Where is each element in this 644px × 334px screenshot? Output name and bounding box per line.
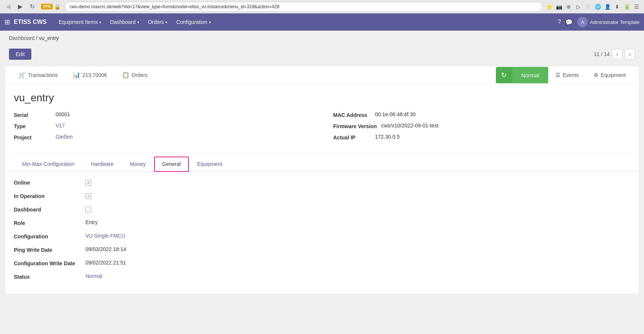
user-menu[interactable]: A Administrator Template [577,17,640,27]
inner-tab-general[interactable]: General [154,157,189,172]
nav-arrow-equipment-items: ▾ [99,20,101,24]
browser-icon-10[interactable]: ☰ [633,3,640,10]
chat-icon[interactable]: 💬 [565,19,573,26]
cart-icon: 🛒 [18,71,26,78]
divider-1 [14,152,630,153]
status-btn-group: ↻ Normal ☰ Events ⚙ Equipment [496,67,633,83]
nav-item-orders[interactable]: Orders ▾ [144,13,172,31]
refresh-button[interactable]: ↻ [496,67,512,83]
forward-button[interactable]: ▶ [16,2,25,11]
fields-left: Serial 00001 Type V17 Project Gießen [14,111,311,145]
browser-icon-8[interactable]: ⬇ [613,3,621,10]
project-label: Project [14,134,51,140]
checkbox-check-online: ✓ [87,180,90,185]
nav-arrow-dashboard: ▾ [137,20,139,24]
dashboard-label: Dashboard [14,206,81,213]
app-brand: ETISS CWS [14,19,47,25]
nav-label-equipment-items: Equipment Items [59,19,98,25]
browser-icon-2[interactable]: 📷 [555,3,563,10]
project-value[interactable]: Gießen [56,134,73,140]
nav-item-dashboard[interactable]: Dashboard ▾ [106,13,144,31]
inner-tab-minmax-label: Min-Max Configuration [22,161,75,167]
tab-events[interactable]: ☰ Events [548,67,586,83]
inner-tab-equipment[interactable]: Equipment [189,157,230,171]
mac-value: 00:1e:06:48:4f:30 [375,111,416,117]
browser-icon-3[interactable]: ⊗ [565,3,572,10]
inner-tab-general-label: General [162,161,181,167]
card-tab-bar: 🛒 Transactions 📊 213.7000€ 📋 Orders ↻ No… [5,66,639,84]
edit-button[interactable]: Edit [9,49,31,60]
inner-tabs-bar: Min-Max Configuration Hardware Money Gen… [5,157,639,171]
tab-transactions[interactable]: 🛒 Transactions [11,66,65,84]
tab-orders-label: Orders [132,72,148,78]
normal-status-button[interactable]: Normal [512,67,548,83]
inner-tab-hardware[interactable]: Hardware [83,157,122,171]
field-serial: Serial 00001 [14,111,311,118]
user-label: Administrator Template [590,19,640,25]
configuration-value[interactable]: VU Single FMCU [85,233,125,239]
vpn-badge: VPN [41,4,53,9]
dashboard-checkbox [85,207,91,213]
lock-icon: 🔒 [54,4,60,10]
detail-ping-write-date: Ping Write Date 09/03/2022 18:14 [14,246,630,253]
type-label: Type [14,123,51,129]
breadcrumb: Dashboard / vu_entry [0,31,644,46]
fields-section: Serial 00001 Type V17 Project Gießen MAC… [5,108,639,152]
breadcrumb-current: vu_entry [39,35,59,41]
inner-tab-minmax[interactable]: Min-Max Configuration [14,157,83,171]
type-value[interactable]: V17 [56,123,65,129]
record-title: vu_entry [14,92,630,104]
nav-item-equipment-items[interactable]: Equipment Items ▾ [54,13,106,31]
firmware-label: Firmware Version [333,123,377,129]
in-operation-checkbox: ✓ [85,193,91,199]
tab-equipment[interactable]: ⚙ Equipment [586,67,633,83]
help-icon[interactable]: ? [557,19,561,25]
tab-events-label: Events [563,72,579,78]
browser-icon-6[interactable]: 🌐 [594,3,601,10]
grid-icon[interactable]: ⊞ [4,18,10,26]
reload-button[interactable]: ↻ [28,2,37,11]
config-write-date-label: Configuration Write Date [14,260,81,266]
browser-icon-4[interactable]: ▷ [575,3,582,10]
nav-label-orders: Orders [148,19,164,25]
pagination: 11 / 14 ‹ › [594,49,635,59]
role-label: Role [14,219,81,226]
inner-tab-hardware-label: Hardware [91,161,114,167]
status-value[interactable]: Normal [85,273,102,279]
detail-role: Role Entry [14,219,630,226]
events-icon: ☰ [556,72,560,78]
url-bar[interactable] [65,2,543,12]
tab-equipment-label: Equipment [601,72,626,78]
pagination-prev[interactable]: ‹ [612,49,622,59]
inner-tab-money[interactable]: Money [122,157,154,171]
detail-online: Online ✓ [14,179,630,186]
inner-tab-equipment-label: Equipment [197,161,222,167]
field-ip: Actual IP 172.30.0.5 [333,134,630,140]
app-navbar: ⊞ ETISS CWS Equipment Items ▾ Dashboard … [0,13,644,31]
main-content-card: 🛒 Transactions 📊 213.7000€ 📋 Orders ↻ No… [4,66,640,294]
role-value: Entry [85,219,98,225]
nav-item-configuration[interactable]: Configuration ▾ [172,13,215,31]
pagination-info: 11 / 14 [594,51,610,57]
mac-label: MAC Address [333,111,371,118]
browser-icon-9[interactable]: 🔋 [623,3,631,10]
tab-orders[interactable]: 📋 Orders [115,66,155,84]
configuration-label: Configuration [14,233,81,239]
ping-write-date-label: Ping Write Date [14,246,81,253]
field-mac: MAC Address 00:1e:06:48:4f:30 [333,111,630,118]
browser-icon-1[interactable]: ⭐ [545,3,553,10]
gear-icon: ⚙ [594,72,598,78]
online-label: Online [14,179,81,186]
inner-tab-money-label: Money [130,161,146,167]
nav-label-dashboard: Dashboard [110,19,136,25]
pagination-next[interactable]: › [625,49,635,59]
browser-icon-5[interactable]: ♡ [584,3,592,10]
breadcrumb-parent[interactable]: Dashboard [9,35,35,41]
detail-configuration: Configuration VU Single FMCU [14,233,630,239]
tab-money-amount[interactable]: 📊 213.7000€ [65,66,115,84]
browser-icon-7[interactable]: 👤 [604,3,611,10]
back-button[interactable]: ◀ [4,2,13,11]
serial-value: 00001 [56,111,70,117]
serial-label: Serial [14,111,51,118]
chart-icon: 📊 [73,71,80,78]
